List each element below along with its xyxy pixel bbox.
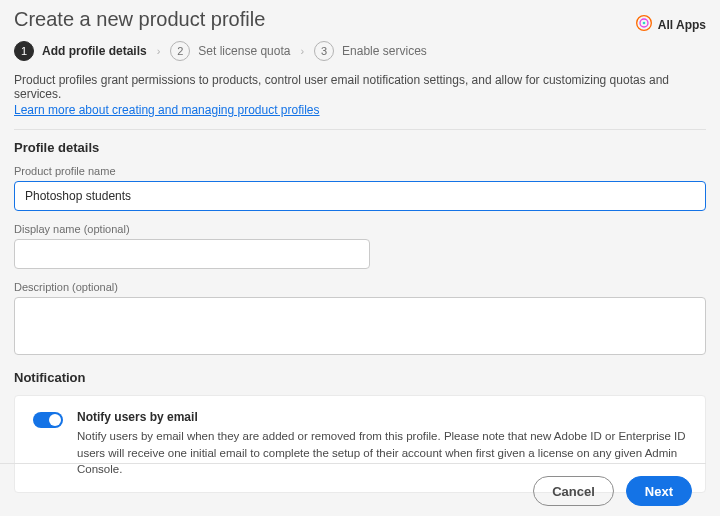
step-2[interactable]: 2 Set license quota [170, 41, 290, 61]
svg-point-2 [642, 22, 645, 25]
cancel-button[interactable]: Cancel [533, 476, 614, 506]
description-input[interactable] [14, 297, 706, 355]
step-1-number: 1 [14, 41, 34, 61]
display-name-input[interactable] [14, 239, 370, 269]
step-2-label: Set license quota [198, 44, 290, 58]
step-1[interactable]: 1 Add profile details [14, 41, 147, 61]
notification-heading: Notification [14, 370, 706, 385]
all-apps-icon [636, 15, 652, 34]
step-2-number: 2 [170, 41, 190, 61]
step-1-label: Add profile details [42, 44, 147, 58]
step-3-label: Enable services [342, 44, 427, 58]
step-3-number: 3 [314, 41, 334, 61]
product-profile-name-input[interactable] [14, 181, 706, 211]
chevron-right-icon: › [157, 45, 161, 57]
intro-text: Product profiles grant permissions to pr… [14, 73, 706, 101]
page-title: Create a new product profile [14, 8, 265, 31]
all-apps-badge: All Apps [636, 15, 706, 34]
chevron-right-icon: › [300, 45, 304, 57]
product-profile-name-label: Product profile name [14, 165, 706, 177]
notify-users-title: Notify users by email [77, 410, 687, 424]
toggle-knob [49, 414, 61, 426]
display-name-label: Display name (optional) [14, 223, 706, 235]
footer: Cancel Next [0, 463, 706, 506]
all-apps-label: All Apps [658, 18, 706, 32]
profile-details-heading: Profile details [14, 140, 706, 155]
step-3[interactable]: 3 Enable services [314, 41, 427, 61]
description-label: Description (optional) [14, 281, 706, 293]
divider [14, 129, 706, 130]
learn-more-link[interactable]: Learn more about creating and managing p… [14, 103, 320, 117]
stepper: 1 Add profile details › 2 Set license qu… [14, 41, 706, 61]
notify-users-toggle[interactable] [33, 412, 63, 428]
next-button[interactable]: Next [626, 476, 692, 506]
